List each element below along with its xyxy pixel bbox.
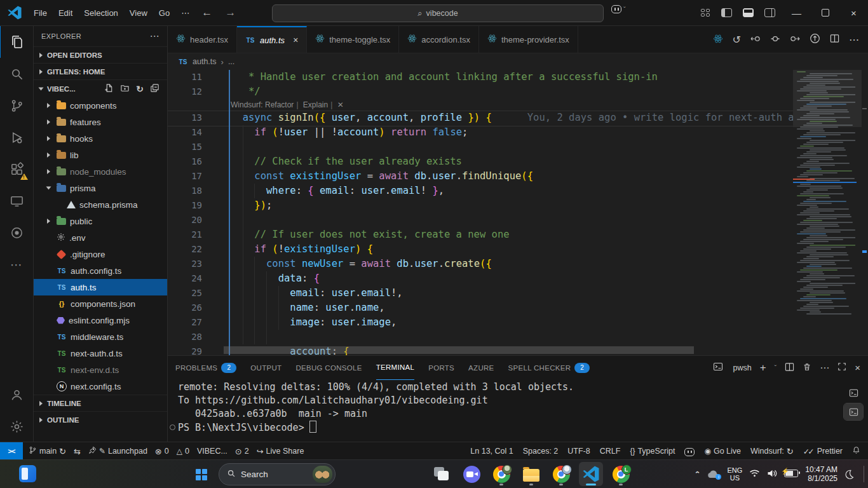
section-project[interactable]: VIBEC... ↻ xyxy=(34,79,167,97)
breadcrumb-more[interactable]: ... xyxy=(228,57,234,66)
tab-header-tsx[interactable]: header.tsx xyxy=(168,26,237,53)
toggle-sidebar-icon[interactable] xyxy=(721,8,732,17)
section-timeline[interactable]: TIMELINE xyxy=(34,395,167,411)
terminal-prompt[interactable]: PS B:\NextJS\vibecode> xyxy=(178,421,839,435)
do-not-disturb-icon[interactable] xyxy=(844,470,854,479)
run-debug-icon[interactable] xyxy=(0,121,33,153)
menu-selection[interactable]: Selection xyxy=(78,6,123,20)
commit-graph-icon[interactable] xyxy=(810,33,820,46)
vscode-taskbar-icon[interactable] xyxy=(579,462,603,486)
maximize-button[interactable] xyxy=(811,0,839,25)
minimap-slider[interactable] xyxy=(793,70,862,127)
search-highlight-image[interactable] xyxy=(313,466,332,483)
status-item-live-share[interactable]: ↪Live Share xyxy=(257,447,304,456)
line-number[interactable]: 25 xyxy=(168,286,202,301)
maximize-panel-icon[interactable] xyxy=(837,362,846,373)
tree-item-auth-config-ts[interactable]: TSauth.config.ts xyxy=(34,262,167,279)
section-outline[interactable]: OUTLINE xyxy=(34,411,167,428)
breadcrumb-file[interactable]: auth.ts xyxy=(193,57,217,66)
status-item-launchpad[interactable]: ✎Launchpad xyxy=(88,446,147,456)
tree-item-public[interactable]: public xyxy=(34,213,167,229)
tree-item-next-config-ts[interactable]: Nnext.config.ts xyxy=(34,378,167,395)
video-app-icon[interactable] xyxy=(459,462,484,486)
terminal[interactable]: remote: Resolving deltas: 100% (4/4), co… xyxy=(168,379,839,442)
tree-item-schema-prisma[interactable]: schema.prisma xyxy=(34,196,167,213)
tab-theme-provider-tsx[interactable]: theme-provider.tsx xyxy=(479,26,578,53)
line-number[interactable]: 19 xyxy=(168,198,202,213)
menu-view[interactable]: View xyxy=(124,6,153,20)
search-view-icon[interactable] xyxy=(0,58,33,90)
menu-[interactable]: ⋯ xyxy=(175,6,195,20)
section-gitlens-home[interactable]: GITLENS: HOME xyxy=(34,63,167,79)
status-item-0[interactable]: ⊗0 xyxy=(155,447,169,456)
new-folder-icon[interactable] xyxy=(120,83,130,94)
more-actions-icon[interactable]: ⋯ xyxy=(849,34,859,46)
status-item-utf-8[interactable]: UTF-8 xyxy=(567,447,590,456)
line-number[interactable]: 17 xyxy=(168,169,202,184)
next-revision-icon[interactable] xyxy=(789,34,800,45)
tab-theme-toggle-tsx[interactable]: theme-toggle.tsx xyxy=(307,26,399,53)
windsurf-codelens[interactable]: Windsurf: Refactor| Explain| ✕ xyxy=(168,99,868,111)
tree-item-components[interactable]: components xyxy=(34,97,167,114)
tree-item-next-auth-d-ts[interactable]: TSnext-auth.d.ts xyxy=(34,345,167,362)
wifi-icon[interactable] xyxy=(749,469,760,479)
close-tab-icon[interactable]: × xyxy=(293,35,298,45)
onedrive-icon[interactable]: i xyxy=(707,470,720,478)
panel-tab-debug-console[interactable]: DEBUG CONSOLE xyxy=(295,356,362,379)
split-editor-icon[interactable] xyxy=(830,34,839,45)
split-terminal-icon[interactable] xyxy=(785,362,794,374)
status-item-icons[interactable] xyxy=(684,446,695,456)
pinned-app-icon[interactable] xyxy=(19,465,36,482)
panel-tab-azure[interactable]: AZURE xyxy=(468,356,494,379)
terminal-session-icon-active[interactable] xyxy=(844,403,863,420)
tree-item-components-json[interactable]: {}components.json xyxy=(34,295,167,312)
tree-item-auth-ts[interactable]: TSauth.ts xyxy=(34,279,167,295)
remote-indicator[interactable]: >< xyxy=(0,442,23,460)
toggle-panel-icon[interactable] xyxy=(743,8,754,17)
panel-tab-ports[interactable]: PORTS xyxy=(428,356,454,379)
line-number[interactable]: 15 xyxy=(168,140,202,154)
close-button[interactable]: × xyxy=(839,0,868,25)
line-number[interactable]: 18 xyxy=(168,184,202,198)
horizontal-scrollbar[interactable] xyxy=(224,346,694,354)
nav-back-icon[interactable]: ← xyxy=(195,6,219,19)
menu-file[interactable]: File xyxy=(28,6,53,20)
remote-explorer-icon[interactable] xyxy=(0,185,33,217)
line-number[interactable]: 28 xyxy=(168,330,202,344)
gitlens-icon[interactable] xyxy=(0,217,33,248)
line-number[interactable]: 21 xyxy=(168,227,202,242)
status-item-ln-13-col-1[interactable]: Ln 13, Col 1 xyxy=(470,447,513,456)
status-item-windsurf-[interactable]: Windsurf:↻ xyxy=(750,447,794,456)
tree-item-features[interactable]: features xyxy=(34,114,167,130)
tree-item--env[interactable]: .env xyxy=(34,229,167,246)
line-number[interactable]: 11 xyxy=(168,70,202,85)
status-item-0[interactable]: △0 xyxy=(177,447,189,456)
panel-tab-output[interactable]: OUTPUT xyxy=(250,356,281,379)
timeline-history-icon[interactable]: ↺ xyxy=(733,34,741,46)
language-indicator[interactable]: ENGUS xyxy=(727,466,742,482)
panel-tab-problems[interactable]: PROBLEMS2 xyxy=(175,356,236,379)
line-number[interactable]: 14 xyxy=(168,125,202,140)
react-preview-icon[interactable] xyxy=(713,34,723,46)
clock[interactable]: 10:47 AM 8/1/2025 xyxy=(805,465,837,484)
show-desktop-button[interactable] xyxy=(864,466,864,482)
start-button[interactable] xyxy=(191,464,212,485)
line-number[interactable]: 12 xyxy=(168,85,202,99)
line-number[interactable]: 22 xyxy=(168,242,202,257)
taskbar-search[interactable]: Search xyxy=(219,463,336,485)
line-number[interactable]: 16 xyxy=(168,154,202,169)
collapse-all-icon[interactable] xyxy=(150,83,159,94)
kill-terminal-icon[interactable] xyxy=(803,362,811,374)
chrome-icon-3[interactable]: L xyxy=(609,462,633,486)
line-number[interactable]: 29 xyxy=(168,344,202,355)
menu-edit[interactable]: Edit xyxy=(53,6,78,20)
status-item-icons[interactable]: ⇆ xyxy=(74,447,81,456)
copilot-button[interactable]: ˇ xyxy=(611,5,626,13)
chrome-icon-1[interactable] xyxy=(489,462,513,486)
status-item-2[interactable]: ⊙2 xyxy=(235,447,249,456)
prev-revision-icon[interactable] xyxy=(750,34,761,45)
minimap[interactable] xyxy=(793,70,868,355)
close-panel-icon[interactable]: × xyxy=(855,362,860,373)
more-views-icon[interactable]: ⋯ xyxy=(0,248,33,280)
panel-tab-terminal[interactable]: TERMINAL xyxy=(376,356,415,380)
